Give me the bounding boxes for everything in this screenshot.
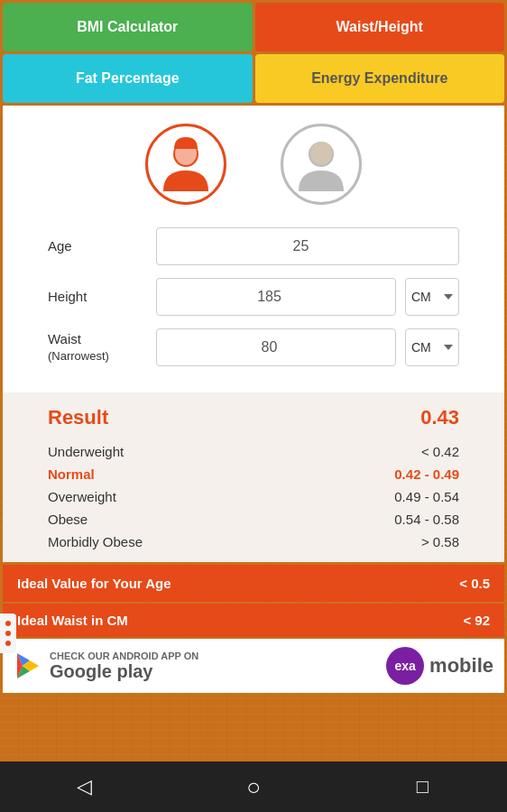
main-content: Age Height CM IN Waist(Narrowest) CM IN … xyxy=(3,106,504,562)
ideal-value-banner: Ideal Value for Your Age < 0.5 xyxy=(3,565,504,602)
gplay-text-block: CHECK OUR ANDROID APP ON Google play xyxy=(50,651,198,682)
waist-unit-select[interactable]: CM IN xyxy=(405,328,459,366)
info-banners: Ideal Value for Your Age < 0.5 Ideal Wai… xyxy=(3,565,504,637)
ideal-waist-label: Ideal Waist in CM xyxy=(17,613,128,628)
overweight-range: 0.49 - 0.54 xyxy=(394,489,459,504)
side-dots xyxy=(0,614,16,653)
underweight-range: < 0.42 xyxy=(421,444,459,459)
top-navigation: BMI Calculator Waist/Height Fat Percenta… xyxy=(0,0,507,106)
google-play-icon xyxy=(14,651,42,680)
bmi-calculator-button[interactable]: BMI Calculator xyxy=(3,3,253,51)
home-button[interactable]: ○ xyxy=(240,773,267,800)
age-row: Age xyxy=(48,227,459,265)
result-underweight-row: Underweight < 0.42 xyxy=(48,440,459,463)
age-input[interactable] xyxy=(156,227,459,265)
ideal-value-label: Ideal Value for Your Age xyxy=(17,576,171,591)
morbidly-obese-range: > 0.58 xyxy=(421,534,459,549)
check-text: CHECK OUR ANDROID APP ON xyxy=(50,651,198,661)
google-play-text: Google play xyxy=(50,661,198,682)
female-avatar-icon xyxy=(154,133,217,196)
home-icon: ○ xyxy=(246,773,261,801)
male-avatar-icon xyxy=(290,133,353,196)
age-label: Age xyxy=(48,238,147,254)
female-avatar[interactable] xyxy=(145,124,226,205)
dot-2 xyxy=(5,631,11,636)
exa-mobile-text: mobile xyxy=(429,654,493,678)
back-icon: ◁ xyxy=(77,775,92,798)
ideal-waist-banner: Ideal Waist in CM < 92 xyxy=(3,604,504,637)
overweight-label: Overweight xyxy=(48,489,116,504)
waist-label: Waist(Narrowest) xyxy=(48,331,147,364)
waist-row: Waist(Narrowest) CM IN xyxy=(48,328,459,366)
recents-icon: □ xyxy=(417,775,429,798)
underweight-label: Underweight xyxy=(48,444,124,459)
dot-1 xyxy=(5,621,11,626)
waist-input[interactable] xyxy=(156,328,396,366)
result-morbidly-obese-row: Morbidly Obese > 0.58 xyxy=(48,531,459,553)
result-title: Result xyxy=(48,406,108,429)
gplay-left: CHECK OUR ANDROID APP ON Google play xyxy=(14,651,198,682)
recents-button[interactable]: □ xyxy=(409,773,436,800)
result-value: 0.43 xyxy=(420,406,459,429)
results-area: Result 0.43 Underweight < 0.42 Normal 0.… xyxy=(3,392,504,562)
result-header: Result 0.43 xyxy=(48,406,459,429)
normal-range: 0.42 - 0.49 xyxy=(394,466,459,482)
height-unit-select[interactable]: CM IN xyxy=(405,278,459,316)
back-button[interactable]: ◁ xyxy=(71,773,98,800)
morbidly-obese-label: Morbidly Obese xyxy=(48,534,143,549)
avatar-section xyxy=(3,106,504,218)
normal-label: Normal xyxy=(48,466,95,482)
exa-circle-text: exa xyxy=(394,659,415,673)
obese-range: 0.54 - 0.58 xyxy=(394,512,459,527)
ideal-waist-value: < 92 xyxy=(463,613,490,628)
ideal-value-value: < 0.5 xyxy=(459,576,490,591)
exa-badge: exa mobile xyxy=(386,647,493,685)
result-normal-row: Normal 0.42 - 0.49 xyxy=(48,463,459,485)
energy-expenditure-button[interactable]: Energy Expenditure xyxy=(255,54,505,103)
dot-3 xyxy=(5,641,11,646)
result-obese-row: Obese 0.54 - 0.58 xyxy=(48,508,459,531)
google-play-banner[interactable]: CHECK OUR ANDROID APP ON Google play exa… xyxy=(3,639,504,693)
male-avatar[interactable] xyxy=(281,124,362,205)
waist-height-button[interactable]: Waist/Height xyxy=(255,3,505,51)
result-overweight-row: Overweight 0.49 - 0.54 xyxy=(48,485,459,508)
fat-percentage-button[interactable]: Fat Percentage xyxy=(3,54,253,103)
form-area: Age Height CM IN Waist(Narrowest) CM IN xyxy=(3,218,504,392)
bottom-navigation: ◁ ○ □ xyxy=(0,761,507,812)
height-row: Height CM IN xyxy=(48,278,459,316)
height-label: Height xyxy=(48,289,147,305)
height-input[interactable] xyxy=(156,278,396,316)
obese-label: Obese xyxy=(48,512,88,527)
svg-point-3 xyxy=(310,142,332,165)
exa-circle: exa xyxy=(386,647,424,685)
